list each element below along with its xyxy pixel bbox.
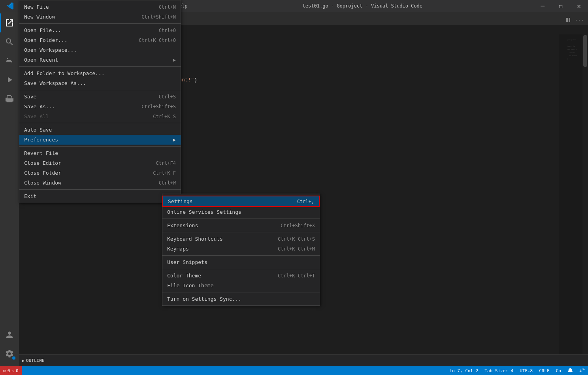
pref-user-snippets[interactable]: User Snippets bbox=[162, 257, 320, 267]
activity-explorer[interactable] bbox=[0, 13, 19, 32]
menu-save[interactable]: Save Ctrl+S bbox=[19, 92, 181, 102]
statusbar-encoding[interactable]: UTF-8 bbox=[516, 366, 536, 375]
close-button[interactable]: ✕ bbox=[570, 0, 588, 12]
settings-sync-label: Turn on Settings Sync... bbox=[167, 296, 315, 302]
menu-open-folder[interactable]: Open Folder... Ctrl+K Ctrl+O bbox=[19, 35, 181, 45]
save-as-shortcut: Ctrl+Shift+S bbox=[141, 104, 176, 109]
window-controls: ─ ☐ ✕ bbox=[533, 0, 588, 12]
position-text: Ln 7, Col 2 bbox=[449, 368, 478, 373]
menu-exit[interactable]: Exit bbox=[19, 191, 181, 201]
menu-add-folder[interactable]: Add Folder to Workspace... bbox=[19, 68, 181, 78]
statusbar-errors[interactable]: ⊗ 0 ⚠ 0 bbox=[0, 366, 22, 375]
exit-label: Exit bbox=[24, 193, 176, 199]
keymaps-label: Keymaps bbox=[167, 246, 278, 252]
activity-search[interactable] bbox=[0, 32, 19, 51]
pref-color-theme[interactable]: Color Theme Ctrl+K Ctrl+T bbox=[162, 271, 320, 281]
open-recent-label: Open Recent bbox=[24, 57, 170, 63]
outline-header[interactable]: ▶ OUTLINE bbox=[19, 356, 588, 365]
more-actions-button[interactable]: ··· bbox=[574, 14, 585, 25]
save-all-label: Save All bbox=[24, 113, 153, 119]
warning-icon: ⚠ bbox=[11, 368, 14, 373]
pref-online-services[interactable]: Online Services Settings bbox=[162, 207, 320, 217]
extensions-label: Extensions bbox=[167, 222, 281, 228]
pref-divider-2 bbox=[162, 232, 320, 232]
statusbar-position[interactable]: Ln 7, Col 2 bbox=[446, 366, 481, 375]
menu-save-as[interactable]: Save As... Ctrl+Shift+S bbox=[19, 102, 181, 111]
menu-revert-file[interactable]: Revert File bbox=[19, 148, 181, 158]
pref-divider-4 bbox=[162, 269, 320, 269]
pref-divider-5 bbox=[162, 292, 320, 292]
settings-shortcut: Ctrl+, bbox=[297, 199, 314, 204]
statusbar-sync[interactable] bbox=[576, 366, 588, 375]
outline-label: OUTLINE bbox=[26, 358, 44, 363]
close-window-label: Close Window bbox=[24, 180, 159, 186]
activity-source-control[interactable] bbox=[0, 51, 19, 70]
pref-settings[interactable]: Settings Ctrl+, bbox=[162, 196, 320, 207]
menu-divider-4 bbox=[19, 123, 181, 123]
online-services-label: Online Services Settings bbox=[167, 209, 315, 215]
menu-auto-save[interactable]: Auto Save bbox=[19, 125, 181, 135]
outline-chevron: ▶ bbox=[22, 358, 24, 363]
statusbar-tabsize[interactable]: Tab Size: 4 bbox=[481, 366, 516, 375]
open-file-label: Open File... bbox=[24, 27, 159, 33]
menu-divider-6 bbox=[19, 189, 181, 190]
tabsize-text: Tab Size: 4 bbox=[484, 368, 513, 373]
minimap: package main import "fmt" func main() { … bbox=[559, 34, 582, 354]
activity-settings[interactable] bbox=[0, 344, 19, 363]
menu-preferences[interactable]: Preferences ▶ bbox=[19, 135, 181, 145]
menu-close-window[interactable]: Close Window Ctrl+W bbox=[19, 178, 181, 188]
activity-accounts[interactable] bbox=[0, 325, 19, 344]
sync-icon bbox=[579, 368, 585, 373]
menu-new-file[interactable]: New File Ctrl+N bbox=[19, 2, 181, 12]
language-text: Go bbox=[556, 368, 561, 373]
revert-file-label: Revert File bbox=[24, 150, 176, 156]
menu-save-workspace-as[interactable]: Save Workspace As... bbox=[19, 78, 181, 88]
menu-close-editor[interactable]: Close Editor Ctrl+F4 bbox=[19, 158, 181, 168]
pref-divider-1 bbox=[162, 219, 320, 219]
vertical-scrollbar[interactable] bbox=[582, 34, 588, 354]
save-all-shortcut: Ctrl+K S bbox=[153, 114, 176, 119]
keyboard-shortcuts-shortcut: Ctrl+K Ctrl+S bbox=[278, 236, 315, 242]
open-folder-shortcut: Ctrl+K Ctrl+O bbox=[139, 38, 176, 43]
new-window-shortcut: Ctrl+Shift+N bbox=[141, 14, 176, 20]
statusbar: ⊗ 0 ⚠ 0 Ln 7, Col 2 Tab Size: 4 UTF-8 CR… bbox=[0, 366, 588, 375]
menu-open-workspace[interactable]: Open Workspace... bbox=[19, 45, 181, 55]
pref-extensions[interactable]: Extensions Ctrl+Shift+X bbox=[162, 220, 320, 230]
activity-bar bbox=[0, 12, 19, 366]
close-folder-label: Close Folder bbox=[24, 170, 153, 176]
menu-divider-1 bbox=[19, 23, 181, 24]
encoding-text: UTF-8 bbox=[520, 368, 533, 373]
warning-count: 0 bbox=[16, 368, 19, 373]
menu-divider-5 bbox=[19, 146, 181, 147]
menu-new-window[interactable]: New Window Ctrl+Shift+N bbox=[19, 12, 181, 22]
menu-open-recent[interactable]: Open Recent ▶ bbox=[19, 55, 181, 65]
pref-keyboard-shortcuts[interactable]: Keyboard Shortcuts Ctrl+K Ctrl+S bbox=[162, 234, 320, 244]
pref-keymaps[interactable]: Keymaps Ctrl+K Ctrl+M bbox=[162, 244, 320, 254]
pref-settings-sync[interactable]: Turn on Settings Sync... bbox=[162, 294, 320, 304]
menu-open-file[interactable]: Open File... Ctrl+O bbox=[19, 25, 181, 35]
pref-divider-3 bbox=[162, 255, 320, 256]
close-editor-shortcut: Ctrl+F4 bbox=[156, 160, 176, 166]
bell-icon bbox=[567, 368, 573, 373]
activity-run-debug[interactable] bbox=[0, 70, 19, 89]
close-window-shortcut: Ctrl+W bbox=[159, 180, 176, 186]
preferences-arrow: ▶ bbox=[173, 137, 176, 143]
minimize-button[interactable]: ─ bbox=[533, 0, 552, 12]
tab-actions: ··· bbox=[563, 14, 588, 25]
new-file-label: New File bbox=[24, 4, 159, 10]
pref-file-icon-theme[interactable]: File Icon Theme bbox=[162, 281, 320, 290]
activity-extensions[interactable] bbox=[0, 89, 19, 108]
maximize-button[interactable]: ☐ bbox=[552, 0, 570, 12]
menu-close-folder[interactable]: Close Folder Ctrl+K F bbox=[19, 168, 181, 178]
vscode-logo bbox=[0, 2, 20, 10]
statusbar-language[interactable]: Go bbox=[553, 366, 564, 375]
eol-text: CRLF bbox=[539, 368, 550, 373]
auto-save-label: Auto Save bbox=[24, 127, 176, 133]
split-editor-button[interactable] bbox=[563, 14, 574, 25]
close-editor-label: Close Editor bbox=[24, 160, 156, 166]
statusbar-eol[interactable]: CRLF bbox=[536, 366, 553, 375]
statusbar-notifications[interactable] bbox=[564, 366, 576, 375]
error-icon: ⊗ bbox=[3, 368, 6, 373]
new-file-shortcut: Ctrl+N bbox=[159, 4, 176, 10]
save-as-label: Save As... bbox=[24, 104, 141, 109]
